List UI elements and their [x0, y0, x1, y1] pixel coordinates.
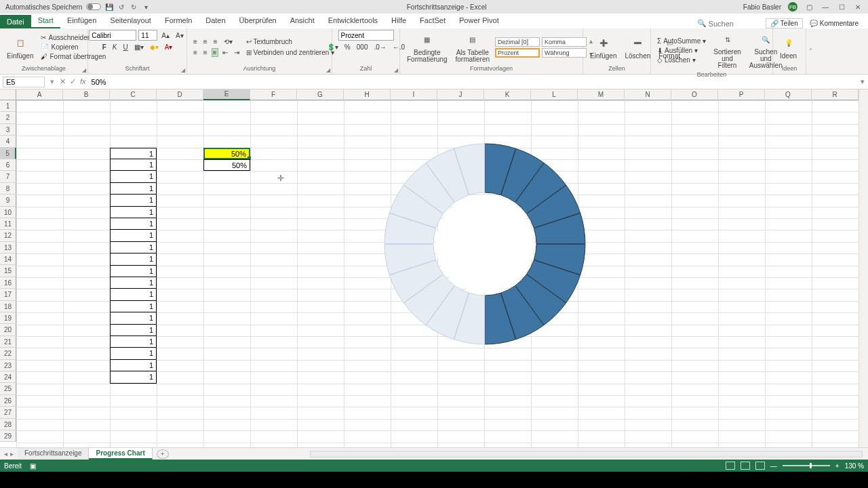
column-header-C[interactable]: C: [110, 89, 157, 100]
collapse-ribbon-icon[interactable]: ˄: [806, 28, 815, 74]
zoom-slider[interactable]: [783, 465, 830, 466]
sort-filter-button[interactable]: ⇅Sortieren und Filtern: [711, 30, 744, 70]
sheet-nav-next-icon[interactable]: ▸: [10, 450, 14, 458]
delete-cells-button[interactable]: ➖Löschen: [622, 33, 653, 61]
share-button[interactable]: 🔗 Teilen: [766, 18, 803, 28]
column-header-B[interactable]: B: [63, 89, 110, 100]
sheet-tab-progress-chart[interactable]: Progress Chart: [89, 448, 152, 460]
cell-C21[interactable]: 1: [110, 336, 157, 348]
paste-button[interactable]: 📋 Einfügen: [4, 33, 36, 61]
cell-style-comma[interactable]: Komma: [542, 37, 587, 47]
row-header-20[interactable]: 20: [0, 324, 16, 336]
column-header-L[interactable]: L: [531, 89, 578, 100]
cell-style-percent[interactable]: Prozent: [495, 48, 540, 58]
tab-überprüfen[interactable]: Überprüfen: [233, 14, 283, 28]
expand-formula-bar-icon[interactable]: ▾: [857, 77, 868, 86]
border-button[interactable]: ▦▾: [132, 43, 146, 52]
sheet-tab-fortschrittsanzeige[interactable]: Fortschrittsanzeige: [18, 448, 89, 460]
row-header-13[interactable]: 13: [0, 242, 16, 253]
cell-C13[interactable]: 1: [110, 242, 157, 253]
row-header-25[interactable]: 25: [0, 383, 16, 394]
row-header-2[interactable]: 2: [0, 112, 16, 123]
wrap-text-button[interactable]: ↩ Textumbruch: [244, 37, 337, 46]
underline-button[interactable]: U: [121, 43, 130, 52]
clear-button[interactable]: ◇ Löschen ▾: [655, 56, 708, 64]
column-header-P[interactable]: P: [718, 89, 765, 100]
row-header-19[interactable]: 19: [0, 312, 16, 324]
horizontal-scrollbar[interactable]: [310, 451, 863, 458]
row-header-24[interactable]: 24: [0, 371, 16, 383]
number-format-select[interactable]: [338, 30, 394, 41]
tab-start[interactable]: Start: [31, 14, 60, 28]
row-header-9[interactable]: 9: [0, 195, 16, 206]
comma-format-icon[interactable]: 000: [355, 43, 370, 52]
row-header-22[interactable]: 22: [0, 348, 16, 359]
cell-E5[interactable]: 50%: [203, 148, 250, 159]
column-header-H[interactable]: H: [344, 89, 391, 100]
tab-power pivot[interactable]: Power Pivot: [452, 14, 506, 28]
align-bottom-icon[interactable]: ≡: [212, 37, 220, 46]
increase-decimal-icon[interactable]: .0→: [372, 43, 388, 52]
row-header-26[interactable]: 26: [0, 395, 16, 407]
column-header-E[interactable]: E: [203, 89, 250, 100]
column-header-K[interactable]: K: [484, 89, 531, 100]
minimize-icon[interactable]: —: [821, 2, 830, 12]
tab-file[interactable]: Datei: [0, 15, 31, 28]
page-layout-view-icon[interactable]: [741, 462, 750, 470]
user-avatar[interactable]: FB: [788, 2, 797, 12]
accounting-format-icon[interactable]: 💲▾: [325, 43, 340, 52]
cell-C18[interactable]: 1: [110, 301, 157, 312]
cell-C5[interactable]: 1: [110, 148, 157, 159]
column-header-Q[interactable]: Q: [765, 89, 812, 100]
qat-customize-icon[interactable]: ▾: [142, 3, 150, 11]
font-color-button[interactable]: A▾: [163, 43, 175, 52]
fx-icon[interactable]: fx: [80, 77, 86, 86]
maximize-icon[interactable]: ☐: [837, 2, 846, 12]
align-right-icon[interactable]: ≡: [212, 48, 218, 57]
column-header-O[interactable]: O: [671, 89, 718, 100]
bold-button[interactable]: F: [100, 43, 108, 52]
column-header-I[interactable]: I: [391, 89, 437, 100]
autosum-button[interactable]: Σ AutoSumme ▾: [655, 37, 708, 45]
macro-record-icon[interactable]: ▣: [30, 462, 36, 470]
cell-C23[interactable]: 1: [110, 360, 157, 371]
clipboard-dialog-icon[interactable]: ◢: [82, 67, 86, 73]
row-header-8[interactable]: 8: [0, 183, 16, 195]
zoom-out-icon[interactable]: —: [770, 462, 777, 470]
tab-einfügen[interactable]: Einfügen: [60, 14, 103, 28]
column-header-F[interactable]: F: [250, 89, 297, 100]
column-header-D[interactable]: D: [157, 89, 203, 100]
cell-C14[interactable]: 1: [110, 253, 157, 265]
decrease-indent-icon[interactable]: ⇤: [220, 48, 230, 57]
font-size-input[interactable]: [138, 30, 157, 41]
cell-C24[interactable]: 1: [110, 371, 157, 383]
cell-C16[interactable]: 1: [110, 277, 157, 289]
select-all-corner[interactable]: [0, 89, 16, 100]
row-header-7[interactable]: 7: [0, 171, 16, 182]
increase-indent-icon[interactable]: ⇥: [232, 48, 241, 57]
cell-C12[interactable]: 1: [110, 230, 157, 241]
tab-ansicht[interactable]: Ansicht: [283, 14, 321, 28]
orientation-icon[interactable]: ⟲▾: [222, 37, 235, 46]
align-center-icon[interactable]: ≡: [201, 48, 210, 57]
column-header-J[interactable]: J: [437, 89, 484, 100]
row-header-15[interactable]: 15: [0, 265, 16, 277]
worksheet-grid[interactable]: ABCDEFGHIJKLMNOPQR 123456789101112131415…: [0, 89, 868, 447]
insert-cells-button[interactable]: ➕Einfügen: [587, 33, 619, 61]
cell-style-currency[interactable]: Währung: [542, 48, 587, 58]
row-header-1[interactable]: 1: [0, 100, 16, 112]
cell-style-decimal[interactable]: Dezimal [0]: [495, 37, 540, 47]
number-dialog-icon[interactable]: ◢: [394, 67, 398, 73]
name-box[interactable]: [3, 77, 45, 87]
cell-C6[interactable]: 1: [110, 159, 157, 171]
row-header-5[interactable]: 5: [0, 148, 16, 159]
row-header-6[interactable]: 6: [0, 159, 16, 171]
cell-C11[interactable]: 1: [110, 218, 157, 230]
enter-formula-icon[interactable]: ✓: [70, 77, 76, 86]
autosave-toggle[interactable]: [86, 3, 101, 10]
search-input[interactable]: [709, 20, 763, 28]
row-header-17[interactable]: 17: [0, 289, 16, 300]
column-header-R[interactable]: R: [812, 89, 859, 100]
row-header-16[interactable]: 16: [0, 277, 16, 289]
add-sheet-button[interactable]: +: [157, 449, 169, 459]
